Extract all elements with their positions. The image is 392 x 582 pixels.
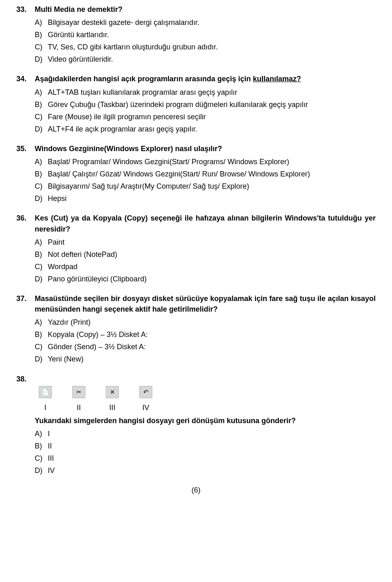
option-label: C) xyxy=(35,341,48,352)
icon-cell-1: 📄 I xyxy=(35,386,56,413)
question-35: 35. Windows Gezginine(Windows Explorer) … xyxy=(16,143,376,204)
option-text: Başlat/ Çalıştır/ Gözat/ Windows Gezgini… xyxy=(48,169,376,179)
question-37-options: A) Yazdır (Print) B) Kopyala (Copy) – 3½… xyxy=(16,317,376,364)
option-c: C) Gönder (Send) – 3½ Disket A: xyxy=(35,341,376,352)
option-label: B) xyxy=(35,441,48,451)
icon-cell-2: ✂ II xyxy=(68,386,89,413)
option-label: B) xyxy=(35,29,48,40)
question-34-options: A) ALT+TAB tuşları kullanılarak programl… xyxy=(16,87,376,134)
roman-label: II xyxy=(77,402,81,413)
page-number: (6) xyxy=(16,485,376,495)
option-text: TV, Ses, CD gibi kartların oluşturduğu g… xyxy=(48,42,376,52)
option-text: Yazdır (Print) xyxy=(48,317,376,328)
icon-cell-4: ↶ IV xyxy=(135,386,156,413)
question-number: 36. xyxy=(16,213,35,223)
option-text: Görüntü kartlarıdır. xyxy=(48,29,376,40)
option-label: D) xyxy=(35,274,48,284)
option-text: Pano görüntüleyici (Clipboard) xyxy=(48,274,376,284)
question-number: 37. xyxy=(16,293,35,304)
option-a: A) Başlat/ Programlar/ Windows Gezgini(S… xyxy=(35,156,376,167)
question-36-header: 36. Kes (Cut) ya da Kopyala (Copy) seçen… xyxy=(16,213,376,234)
option-b: B) Görev Çubuğu (Taskbar) üzerindeki pro… xyxy=(35,99,376,110)
question-38-prompt: Yukarıdaki simgelerden hangisi dosyayı g… xyxy=(16,415,376,426)
undo-icon: ↶ xyxy=(139,386,152,398)
option-text: Wordpad xyxy=(48,261,376,272)
option-label: D) xyxy=(35,54,48,65)
option-text: ALT+F4 ile açık programlar arası geçiş y… xyxy=(48,124,376,134)
option-label: C) xyxy=(35,111,48,122)
option-label: C) xyxy=(35,453,48,464)
option-a: A) ALT+TAB tuşları kullanılarak programl… xyxy=(35,87,376,98)
option-label: D) xyxy=(35,124,48,134)
option-c: C) TV, Ses, CD gibi kartların oluşturduğ… xyxy=(35,42,376,52)
question-37: 37. Masaüstünde seçilen bir dosyayı disk… xyxy=(16,293,376,365)
option-label: A) xyxy=(35,237,48,248)
option-label: A) xyxy=(35,87,48,98)
option-b: B) Kopyala (Copy) – 3½ Disket A: xyxy=(35,329,376,340)
question-text-pre: Aşağıdakilerden hangisi açık programları… xyxy=(35,75,253,83)
option-text: Bilgisayar destekli gazete- dergi çalışm… xyxy=(48,17,376,28)
option-label: B) xyxy=(35,169,48,179)
option-c: C) Bilgisayarım/ Sağ tuş/ Araştır(My Com… xyxy=(35,181,376,192)
question-text-underlined: kullanılamaz? xyxy=(253,75,301,83)
question-38-icon-row: 📄 I ✂ II ✕ III ↶ IV xyxy=(16,386,376,413)
option-label: C) xyxy=(35,42,48,52)
option-label: D) xyxy=(35,465,48,476)
option-label: B) xyxy=(35,329,48,340)
question-36-options: A) Paint B) Not defteri (NotePad) C) Wor… xyxy=(16,237,376,284)
option-text: I xyxy=(48,428,376,439)
option-text: Kopyala (Copy) – 3½ Disket A: xyxy=(48,329,376,340)
option-b: B) Görüntü kartlarıdır. xyxy=(35,29,376,40)
option-label: A) xyxy=(35,156,48,167)
question-number: 34. xyxy=(16,74,35,84)
question-text: Aşağıdakilerden hangisi açık programları… xyxy=(35,74,376,84)
option-d: D) Video görüntüleridir. xyxy=(35,54,376,65)
question-34: 34. Aşağıdakilerden hangisi açık program… xyxy=(16,74,376,134)
option-text: II xyxy=(48,441,376,451)
icon-cell-3: ✕ III xyxy=(102,386,123,413)
option-b: B) Not defteri (NotePad) xyxy=(35,249,376,260)
option-a: A) Bilgisayar destekli gazete- dergi çal… xyxy=(35,17,376,28)
option-text: Başlat/ Programlar/ Windows Gezgini(Star… xyxy=(48,156,376,167)
question-number: 33. xyxy=(16,4,35,15)
roman-label: IV xyxy=(142,402,149,413)
option-d: D) Hepsi xyxy=(35,193,376,204)
option-d: D) Yeni (New) xyxy=(35,354,376,364)
cut-icon: ✂ xyxy=(72,386,85,398)
option-label: C) xyxy=(35,261,48,272)
question-33-options: A) Bilgisayar destekli gazete- dergi çal… xyxy=(16,17,376,65)
question-38-header: 38. xyxy=(16,374,376,384)
question-33-header: 33. Multi Media ne demektir? xyxy=(16,4,376,15)
option-label: A) xyxy=(35,17,48,28)
option-label: B) xyxy=(35,99,48,110)
option-a: A) Yazdır (Print) xyxy=(35,317,376,328)
page: 33. Multi Media ne demektir? A) Bilgisay… xyxy=(0,0,392,508)
question-38: 38. 📄 I ✂ II ✕ III ↶ IV Yukarıdaki simge… xyxy=(16,374,376,476)
roman-label: III xyxy=(109,402,115,413)
option-label: D) xyxy=(35,354,48,364)
question-text: Kes (Cut) ya da Kopyala (Copy) seçeneği … xyxy=(35,213,376,234)
question-number: 35. xyxy=(16,143,35,154)
question-number: 38. xyxy=(16,374,35,384)
question-text: Masaüstünde seçilen bir dosyayı disket s… xyxy=(35,293,376,314)
option-text: Video görüntüleridir. xyxy=(48,54,376,65)
option-text: ALT+TAB tuşları kullanılarak programlar … xyxy=(48,87,376,98)
option-c: C) III xyxy=(35,453,376,464)
option-text: Gönder (Send) – 3½ Disket A: xyxy=(48,341,376,352)
question-34-header: 34. Aşağıdakilerden hangisi açık program… xyxy=(16,74,376,84)
question-37-header: 37. Masaüstünde seçilen bir dosyayı disk… xyxy=(16,293,376,314)
option-text: Paint xyxy=(48,237,376,248)
roman-label: I xyxy=(44,402,46,413)
option-label: A) xyxy=(35,428,48,439)
option-text: Not defteri (NotePad) xyxy=(48,249,376,260)
option-label: C) xyxy=(35,181,48,192)
question-text: Windows Gezginine(Windows Explorer) nası… xyxy=(35,143,376,154)
option-text: Görev Çubuğu (Taskbar) üzerindeki progra… xyxy=(48,99,376,110)
option-text: Fare (Mouse) ile ilgili programın pencer… xyxy=(48,111,376,122)
question-35-options: A) Başlat/ Programlar/ Windows Gezgini(S… xyxy=(16,156,376,204)
question-38-options: A) I B) II C) III D) IV xyxy=(16,428,376,476)
question-36: 36. Kes (Cut) ya da Kopyala (Copy) seçen… xyxy=(16,213,376,284)
option-text: IV xyxy=(48,465,376,476)
question-33: 33. Multi Media ne demektir? A) Bilgisay… xyxy=(16,4,376,65)
option-b: B) Başlat/ Çalıştır/ Gözat/ Windows Gezg… xyxy=(35,169,376,179)
